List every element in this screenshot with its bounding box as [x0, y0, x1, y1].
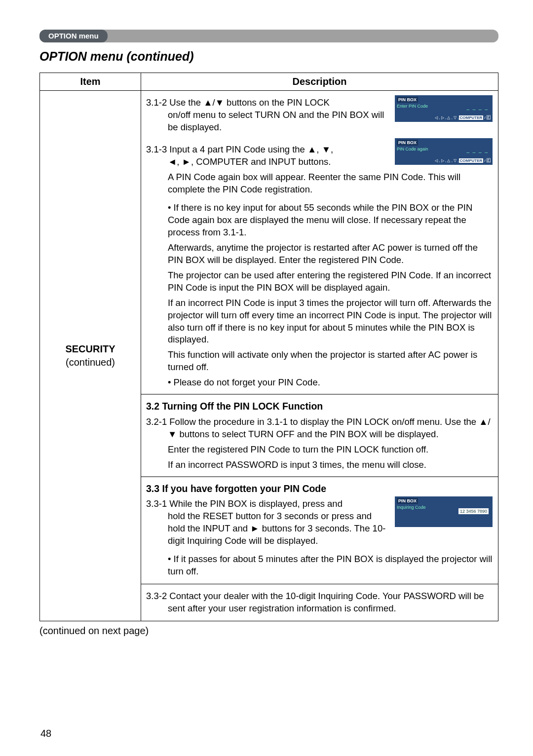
- step-lead: 3.2-1: [146, 416, 169, 427]
- header-description: Description: [141, 73, 498, 91]
- step-3-3-2: 3.3-2 Contact your dealer with the 10-di…: [146, 590, 493, 615]
- pin-box-footer: ◁ , ▷ , △ , ▽ ,COMPUTER / 🄴: [435, 158, 491, 164]
- pin-box-illustration-again: PIN BOX PIN Code again _ _ _ _ ◁ , ▷ , △…: [394, 138, 493, 165]
- pin-box-header: PIN BOX: [397, 140, 418, 146]
- step-lead: 3.1-2: [146, 97, 169, 108]
- step-text: Use the ▲/▼ buttons on the PIN LOCK: [169, 97, 330, 108]
- content-table: Item Description SECURITY (continued) PI…: [39, 73, 498, 621]
- step-text: Enter the registered PIN Code to turn th…: [146, 444, 493, 456]
- paragraph: Afterwards, anytime the projector is res…: [146, 242, 493, 266]
- description-cell-2: 3.3-2 Contact your dealer with the 10-di…: [141, 584, 498, 621]
- page-number: 48: [40, 728, 51, 739]
- bullet-note: • If there is no key input for about 55 …: [146, 202, 493, 239]
- table-header-row: Item Description: [40, 73, 498, 91]
- description-cell-1: PIN BOX Enter PIN Code _ _ _ _ ◁ , ▷ , △…: [141, 91, 498, 584]
- document-page: OPTION menu OPTION menu (continued) Item…: [0, 0, 533, 756]
- subsection-heading-3-2: 3.2 Turning Off the PIN LOCK Function: [146, 400, 493, 413]
- paragraph: This function will activate only when th…: [146, 349, 493, 374]
- step-lead: 3.3-2: [146, 591, 169, 601]
- step-text: A PIN Code again box will appear. Reente…: [146, 171, 493, 196]
- paragraph: The projector can be used after entering…: [146, 269, 493, 294]
- separator-line: [141, 476, 498, 477]
- step-lead: 3.1-3: [146, 144, 169, 154]
- separator-line: [141, 394, 498, 395]
- bullet-note: • If it passes for about 5 minutes after…: [146, 553, 493, 578]
- item-name: SECURITY: [43, 342, 138, 356]
- pin-box-illustration-inquiring: PIN BOX Inquiring Code 12 3456 7890: [394, 496, 493, 528]
- step-3-2-1: 3.2-1 Follow the procedure in 3.1-1 to d…: [146, 416, 493, 441]
- paragraph: If an incorrect PIN Code is input 3 time…: [146, 297, 493, 346]
- table-row: SECURITY (continued) PIN BOX Enter PIN C…: [40, 91, 498, 584]
- step-lead: 3.3-1: [146, 498, 169, 509]
- step-text: Input a 4 part PIN Code using the ▲, ▼,: [169, 144, 333, 154]
- pin-box-header: PIN BOX: [397, 97, 418, 103]
- step-text: hold the RESET button for 3 seconds or p…: [168, 511, 385, 546]
- pin-box-illustration-enter: PIN BOX Enter PIN Code _ _ _ _ ◁ , ▷ , △…: [394, 95, 493, 122]
- step-text: Contact your dealer with the 10-digit In…: [168, 591, 484, 613]
- section-tab-bar: OPTION menu: [39, 30, 498, 42]
- page-title: OPTION menu (continued): [39, 49, 498, 64]
- step-text: Follow the procedure in 3.1-1 to display…: [168, 416, 491, 439]
- pin-box-dashes: _ _ _ _: [466, 104, 489, 111]
- subsection-heading-3-3: 3.3 If you have forgotten your PIN Code: [146, 482, 493, 495]
- continued-note: (continued on next page): [39, 625, 498, 637]
- pin-box-header: PIN BOX: [397, 498, 418, 504]
- step-text: on/off menu to select TURN ON and the PI…: [168, 110, 384, 132]
- pin-box-dashes: _ _ _ _: [466, 147, 489, 154]
- step-text: While the PIN BOX is displayed, press an…: [169, 498, 343, 509]
- section-tab-label: OPTION menu: [39, 30, 108, 42]
- header-item: Item: [40, 73, 141, 91]
- pin-box-number: 12 3456 7890: [458, 508, 489, 514]
- item-note: (continued): [43, 356, 138, 369]
- item-cell-security: SECURITY (continued): [40, 91, 141, 621]
- pin-box-footer: ◁ , ▷ , △ , ▽ ,COMPUTER / 🄴: [435, 115, 491, 121]
- bullet-note: • Please do not forget your PIN Code.: [146, 377, 493, 389]
- step-text: If an incorrect PASSWORD is input 3 time…: [146, 459, 493, 471]
- step-text: ◄, ►, COMPUTER and INPUT buttons.: [168, 156, 331, 167]
